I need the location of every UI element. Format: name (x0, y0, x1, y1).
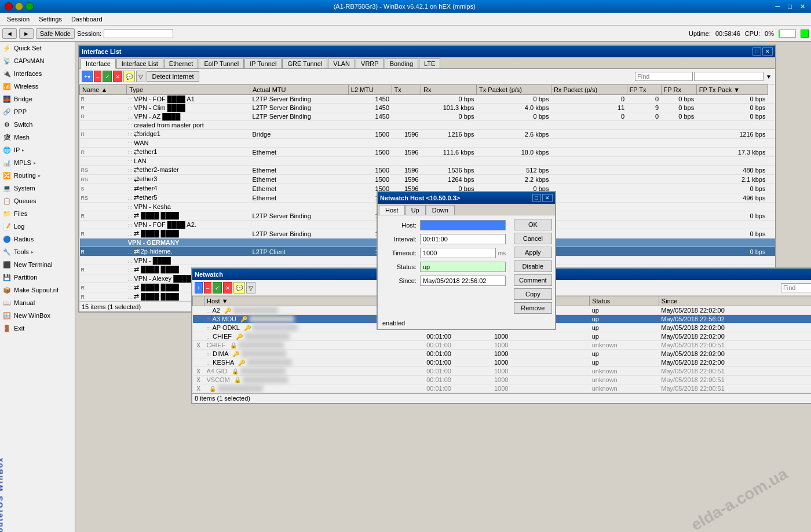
copy-button[interactable]: Copy (514, 288, 552, 300)
sidebar-item-ppp[interactable]: 🔗 PPP (0, 105, 75, 118)
sidebar-item-manual[interactable]: 📖 Manual (0, 296, 75, 309)
tab-vrrp[interactable]: VRRP (356, 58, 384, 68)
tab-interface[interactable]: Interface (81, 58, 116, 69)
table-row[interactable]: R ::: ⇄ether1 Ethernet 1500 1596 111.6 k… (80, 148, 776, 157)
netwatch-find-input[interactable] (781, 283, 811, 292)
back-button[interactable]: ◄ (2, 28, 17, 39)
comment-netwatch-button[interactable]: 💬 (233, 282, 245, 293)
sidebar-item-new-terminal[interactable]: ⬛ New Terminal (0, 258, 75, 271)
table-row[interactable]: ::: WAN (80, 139, 776, 148)
menu-settings[interactable]: Settings (34, 14, 67, 24)
add-interface-button[interactable]: +▾ (82, 71, 93, 82)
remove-interface-button[interactable]: – (94, 71, 102, 82)
dlg-tab-host[interactable]: Host (379, 205, 405, 215)
tab-lte[interactable]: LTE (419, 58, 440, 68)
dlg-tab-down[interactable]: Down (426, 205, 455, 215)
iface-win-resize[interactable]: □ (752, 47, 761, 56)
sidebar-item-radius[interactable]: 🔵 Radius (0, 233, 75, 245)
sidebar-item-files[interactable]: 📁 Files (0, 207, 75, 220)
col-status[interactable]: Status (590, 296, 659, 306)
tab-ip-tunnel[interactable]: IP Tunnel (244, 58, 282, 68)
tab-ethernet[interactable]: Ethernet (164, 58, 199, 68)
comment-interface-button[interactable]: 💬 (123, 71, 135, 82)
netwatch-row[interactable]: ::: KESHA 🔑 ██████████ 00:01:00 1000 up … (193, 358, 812, 367)
table-row[interactable]: ::: created from master port (80, 121, 776, 130)
tab-interface-list[interactable]: Interface List (116, 58, 163, 68)
max-dot[interactable] (25, 2, 34, 10)
timeout-input[interactable] (420, 248, 496, 258)
ok-button[interactable]: OK (514, 219, 552, 230)
tab-gre-tunnel[interactable]: GRE Tunnel (282, 58, 327, 68)
iface-find-input[interactable] (635, 72, 693, 81)
detect-internet-button[interactable]: Detect Internet (147, 71, 199, 82)
enable-interface-button[interactable]: ✓ (103, 71, 112, 82)
safe-mode-button[interactable]: Safe Mode (36, 28, 75, 39)
maximize-button[interactable]: □ (784, 2, 795, 11)
netwatch-row[interactable]: X VSCOM 🔒 ██████████ 00:01:00 1000 unkno… (193, 376, 812, 384)
iface-win-close[interactable]: ✕ (762, 47, 773, 56)
min-dot[interactable] (15, 2, 23, 10)
table-row[interactable]: R ::: VPN - AZ ████ L2TP Server Binding … (80, 112, 776, 121)
sidebar-item-log[interactable]: 📝 Log (0, 220, 75, 233)
remove-netwatch-button[interactable]: – (204, 282, 212, 293)
netwatch-dialog-close[interactable]: ✕ (542, 194, 553, 202)
table-row[interactable]: R ::: VPN - Clim ████ L2TP Server Bindin… (80, 104, 776, 112)
menu-dashboard[interactable]: Dashboard (67, 14, 107, 24)
sidebar-item-queues[interactable]: 📋 Queues (0, 195, 75, 207)
close-button[interactable]: ✕ (797, 2, 809, 11)
sidebar-item-wireless[interactable]: 📶 Wireless (0, 80, 75, 93)
table-row[interactable]: RS ::: ⇄ether2-master Ethernet 1500 1596… (80, 166, 776, 175)
table-row[interactable]: R ::: ⇄bridge1 Bridge 1500 1596 1216 bps… (80, 130, 776, 139)
netwatch-row[interactable]: ::: CHIEF 🔑 ██████████ 00:01:00 1000 up … (193, 332, 812, 341)
col-type[interactable]: Type (127, 85, 250, 95)
netwatch-row[interactable]: X A4 GID 🔒 ██████████ 00:01:00 1000 unkn… (193, 367, 812, 376)
sidebar-item-quick-set[interactable]: ⚡ Quick Set (0, 42, 75, 54)
table-row[interactable]: R ::: VPN - FOF ████ A1 L2TP Server Bind… (80, 95, 776, 104)
since-input[interactable] (420, 276, 506, 286)
status-input[interactable] (420, 262, 506, 272)
filter-interface-button[interactable]: ▽ (136, 71, 145, 82)
sidebar-item-make-supout[interactable]: 📦 Make Supout.rif (0, 284, 75, 296)
netwatch-row[interactable]: X CHIEF 🔒 ██████████ 00:01:00 1000 unkno… (193, 341, 812, 350)
menu-session[interactable]: Session (2, 14, 34, 24)
forward-button[interactable]: ► (19, 28, 34, 39)
table-row[interactable]: ::: LAN (80, 157, 776, 166)
disable-interface-button[interactable]: ✕ (113, 71, 122, 82)
comment-dialog-button[interactable]: Comment (514, 274, 552, 286)
sidebar-item-bridge[interactable]: 🌉 Bridge (0, 93, 75, 105)
interval-input[interactable] (420, 234, 506, 244)
sidebar-item-partition[interactable]: 💾 Partition (0, 271, 75, 284)
netwatch-dialog-resize[interactable]: □ (532, 194, 541, 202)
add-netwatch-button[interactable]: + (195, 282, 203, 293)
col-fp-tx[interactable]: FP Tx (627, 85, 661, 95)
disable-netwatch-button[interactable]: ✕ (223, 282, 232, 293)
col-rx[interactable]: Rx (421, 85, 477, 95)
cancel-button[interactable]: Cancel (514, 233, 552, 244)
tab-eoip-tunnel[interactable]: EoIP Tunnel (199, 58, 244, 68)
netwatch-row[interactable]: ::: DIMA 🔑 ██████████ 00:01:00 1000 up M… (193, 350, 812, 358)
apply-button[interactable]: Apply (514, 247, 552, 258)
filter-netwatch-button[interactable]: ▽ (246, 282, 255, 293)
tab-bonding[interactable]: Bonding (385, 58, 418, 68)
col-tx[interactable]: Tx (392, 85, 421, 95)
close-dot[interactable] (5, 2, 13, 10)
sidebar-item-system[interactable]: 💻 System (0, 182, 75, 195)
remove-button[interactable]: Remove (514, 302, 552, 314)
netwatch-row[interactable]: X 🔒 ██████████ 00:01:00 1000 unknown May… (193, 384, 812, 393)
sidebar-item-new-winbox[interactable]: 🪟 New WinBox (0, 309, 75, 322)
col-fp-tx-pack[interactable]: FP Tx Pack ▼ (696, 85, 768, 95)
sidebar-item-tools[interactable]: 🔧 Tools ▸ (0, 245, 75, 258)
disable-button[interactable]: Disable (514, 261, 552, 272)
iface-find-input2[interactable] (694, 72, 763, 81)
enable-netwatch-button[interactable]: ✓ (213, 282, 222, 293)
host-input[interactable] (420, 220, 506, 230)
col-actual-mtu[interactable]: Actual MTU (250, 85, 349, 95)
table-row[interactable]: RS ::: ⇄ether3 Ethernet 1500 1596 1264 b… (80, 175, 776, 184)
dlg-tab-up[interactable]: Up (405, 205, 426, 215)
sidebar-item-interfaces[interactable]: 🔌 Interfaces (0, 67, 75, 80)
tab-vlan[interactable]: VLAN (328, 58, 355, 68)
col-fp-rx[interactable]: FP Rx (661, 85, 696, 95)
col-since[interactable]: Since (659, 296, 811, 306)
col-l2-mtu[interactable]: L2 MTU (348, 85, 392, 95)
sidebar-item-mesh[interactable]: 🕸 Mesh (0, 131, 75, 144)
